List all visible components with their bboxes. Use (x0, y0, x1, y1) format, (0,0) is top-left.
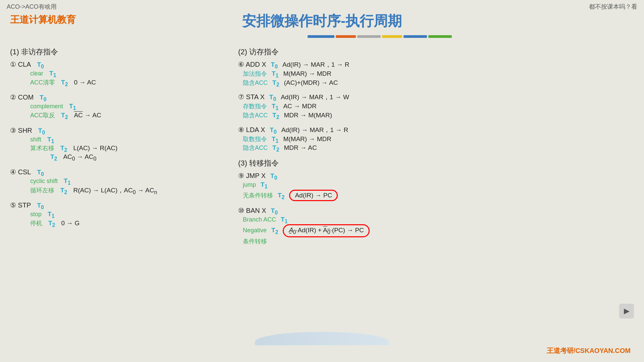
sta-t2: T2 (272, 112, 279, 120)
lda-t0: T0 (270, 126, 276, 135)
shr-t2b: T2 (50, 153, 57, 162)
top-right-text: 都不按课本吗？看 (589, 3, 637, 11)
content: (1) 非访存指令 ① CLA T0 clear T1 ACC清零 T2 0 →… (0, 44, 644, 362)
ban-desc2: Negative (243, 227, 267, 234)
section2-title: (2) 访存指令 (238, 47, 634, 57)
add-t1: T1 (272, 70, 278, 79)
ban-t2: T2 (271, 227, 278, 235)
stp-op: 0 → G (61, 220, 79, 227)
stp-id: ⑤ STP (10, 201, 31, 209)
top-left-text: ACO->ACO有啥用 (7, 3, 57, 11)
com-op: AC → AC (74, 112, 101, 119)
lda-op2: MDR → AC (284, 144, 317, 152)
com-desc2: ACC取反 (30, 111, 55, 119)
ban-desc1: Branch ACC (243, 216, 276, 223)
jmp-desc1: jump (243, 181, 256, 188)
add-desc1: 加法指令 (243, 70, 267, 78)
ban-desc3: 条件转移 (243, 238, 267, 245)
footer-brand: 王道考研/CSKAOYAN.COM (547, 346, 631, 355)
lda-id: ⑧ LDA X (238, 126, 265, 134)
shr-t2a: T2 (60, 144, 67, 153)
page-title: 安排微操作时序-执行周期 (0, 12, 644, 31)
instr-lda: ⑧ LDA X T0 Ad(IR) → MAR，1 → R 取数指令 T1 M(… (238, 126, 634, 153)
csl-id: ④ CSL (10, 168, 31, 176)
csl-op: R(AC) → L(AC)，AC0 → ACn (73, 186, 157, 195)
shr-id: ③ SHR (10, 126, 32, 134)
add-op1: M(MAR) → MDR (283, 70, 331, 77)
com-t2: T2 (61, 112, 68, 120)
csl-t1: T1 (64, 177, 70, 186)
csl-desc1: cyclic shift (30, 178, 58, 185)
add-id: ⑥ ADD X (238, 60, 266, 68)
jmp-desc2: 无条件转移 (243, 191, 273, 199)
jmp-t1: T1 (261, 181, 267, 190)
stp-t1: T1 (48, 210, 54, 219)
sta-t0: T0 (269, 94, 276, 102)
instr-ban: ⑩ BAN X T0 Branch ACC T1 Negative T2 A̰0… (238, 206, 634, 245)
lda-desc1: 取数指令 (243, 135, 267, 143)
bar-orange (336, 35, 356, 38)
instr-stp: ⑤ STP T0 stop T1 停机 T2 0 → G (10, 201, 218, 228)
section1-title: (1) 非访存指令 (10, 47, 218, 57)
shr-desc1: shift (30, 136, 41, 143)
bar-gray (357, 35, 381, 38)
csl-desc2: 循环左移 (30, 186, 54, 194)
add-t2: T2 (272, 79, 279, 88)
csl-t2: T2 (60, 187, 67, 195)
sta-t1: T1 (272, 103, 278, 111)
sta-id: ⑦ STA X (238, 93, 265, 101)
add-t0: T0 (271, 61, 278, 70)
lda-t2: T2 (272, 144, 279, 153)
ban-op-circle: A̰0·Ad(IR) + A0·(PC) → PC (283, 224, 369, 237)
stp-t0: T0 (37, 202, 44, 210)
instr-add: ⑥ ADD X T0 Ad(IR) → MAR，1 → R 加法指令 T1 M(… (238, 60, 634, 87)
instr-csl: ④ CSL T0 cyclic shift T1 循环左移 T2 R(AC) →… (10, 168, 218, 195)
sta-op1: AC → MDR (283, 103, 316, 110)
shr-op1: L(AC) → R(AC) (73, 144, 117, 152)
bar-yellow (382, 35, 402, 38)
lda-t1: T1 (272, 135, 278, 144)
bar-green (428, 35, 452, 38)
color-bars (308, 35, 452, 38)
cla-t2: T2 (61, 79, 68, 87)
jmp-id: ⑨ JMP X (238, 172, 266, 180)
cla-t1: T1 (49, 70, 56, 78)
cla-op: 0 → AC (74, 79, 96, 86)
lda-op1: M(MAR) → MDR (283, 135, 331, 143)
sta-desc1: 存数指令 (243, 102, 267, 110)
stp-t2: T2 (48, 220, 55, 228)
stp-desc2: 停机 (30, 219, 42, 227)
ban-t0: T0 (271, 207, 278, 216)
com-t0: T0 (40, 94, 46, 103)
lda-desc2: 隐含ACC (243, 144, 268, 152)
ban-t1: T1 (281, 216, 287, 225)
com-desc1: complement (30, 103, 63, 110)
shr-desc2: 算术右移 (30, 144, 54, 152)
play-button[interactable]: ▶ (619, 304, 634, 318)
jmp-t2: T2 (278, 192, 284, 200)
cla-t0: T0 (37, 61, 44, 70)
instr-jmp: ⑨ JMP X T0 jump T1 无条件转移 T2 Ad(IR) → PC (238, 172, 634, 201)
jmp-t0: T0 (270, 172, 277, 181)
cla-desc1: clear (30, 70, 43, 77)
add-op2: (AC)+(MDR) → AC (284, 79, 338, 86)
add-desc2: 隐含ACC (243, 79, 268, 87)
jmp-op-circle: Ad(IR) → PC (289, 190, 338, 201)
bar-blue (308, 35, 334, 38)
instr-cla: ① CLA T0 clear T1 ACC清零 T2 0 → AC (10, 60, 218, 87)
cla-desc2: ACC清零 (30, 78, 55, 86)
ban-id: ⑩ BAN X (238, 206, 266, 215)
lda-op0: Ad(IR) → MAR，1 → R (281, 126, 348, 134)
com-id: ② COM (10, 93, 34, 101)
stp-desc1: stop (30, 211, 42, 218)
cla-id: ① CLA (10, 60, 31, 68)
shr-t1: T1 (47, 136, 54, 144)
shr-t0: T0 (38, 127, 45, 136)
bar-blue2 (404, 35, 427, 38)
instr-sta: ⑦ STA X T0 Ad(IR) → MAR，1 → W 存数指令 T1 AC… (238, 93, 634, 120)
sta-desc2: 隐含ACC (243, 111, 268, 119)
instr-com: ② COM T0 complement T1 ACC取反 T2 AC → AC (10, 93, 218, 120)
add-op0: Ad(IR) → MAR，1 → R (282, 60, 350, 69)
com-t1: T1 (69, 103, 76, 111)
csl-t0: T0 (37, 169, 44, 177)
